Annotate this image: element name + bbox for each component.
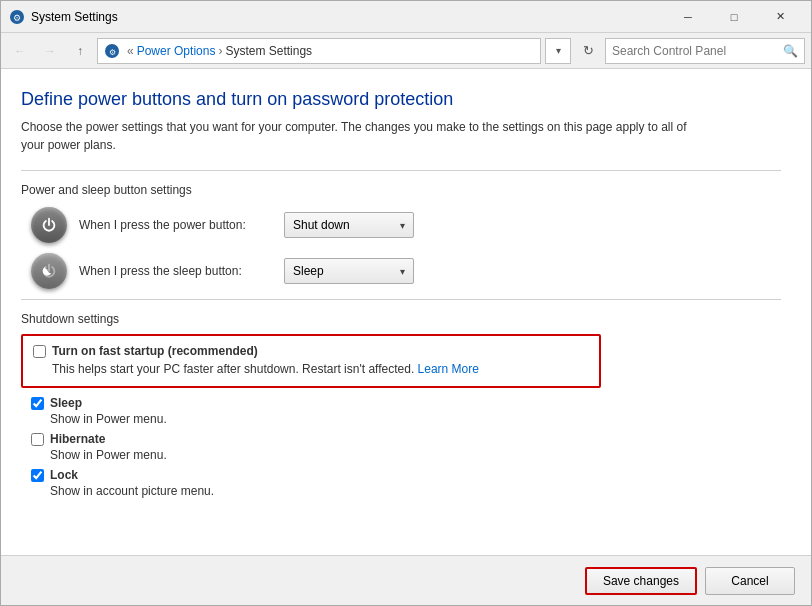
power-icon — [31, 207, 67, 243]
sleep-button-dropdown[interactable]: Sleep ▾ — [284, 258, 414, 284]
fast-startup-checkbox[interactable] — [33, 345, 46, 358]
learn-more-link[interactable]: Learn More — [418, 362, 479, 376]
search-box[interactable]: 🔍 — [605, 38, 805, 64]
page-title: Define power buttons and turn on passwor… — [21, 89, 781, 110]
hibernate-checkbox-desc: Show in Power menu. — [50, 448, 781, 462]
footer: Save changes Cancel — [1, 555, 811, 605]
hibernate-checkbox-row: Hibernate — [31, 432, 781, 446]
sleep-checkbox-label[interactable]: Sleep — [50, 396, 82, 410]
window-title: System Settings — [31, 10, 665, 24]
breadcrumb-link-power[interactable]: Power Options — [137, 44, 216, 58]
fast-startup-row: Turn on fast startup (recommended) — [33, 344, 589, 358]
lock-checkbox[interactable] — [31, 469, 44, 482]
power-dropdown-arrow: ▾ — [400, 220, 405, 231]
sleep-dropdown-arrow: ▾ — [400, 266, 405, 277]
sleep-checkbox-desc: Show in Power menu. — [50, 412, 781, 426]
content-area: Define power buttons and turn on passwor… — [1, 69, 811, 555]
svg-text:⚙: ⚙ — [13, 13, 21, 23]
minimize-button[interactable]: ─ — [665, 1, 711, 33]
breadcrumb-separator-1: « — [127, 44, 134, 58]
forward-button[interactable]: → — [37, 38, 63, 64]
divider-1 — [21, 170, 781, 171]
lock-checkbox-label[interactable]: Lock — [50, 468, 78, 482]
fast-startup-desc: This helps start your PC faster after sh… — [52, 362, 589, 376]
breadcrumb-dropdown-button[interactable]: ▾ — [545, 38, 571, 64]
save-button[interactable]: Save changes — [585, 567, 697, 595]
sleep-checkbox[interactable] — [31, 397, 44, 410]
breadcrumb-current: System Settings — [225, 44, 312, 58]
back-button[interactable]: ← — [7, 38, 33, 64]
page-description: Choose the power settings that you want … — [21, 118, 701, 154]
breadcrumb-bar: ⚙ « Power Options › System Settings — [97, 38, 541, 64]
divider-2 — [21, 299, 781, 300]
search-icon: 🔍 — [783, 44, 798, 58]
title-bar: ⚙ System Settings ─ □ ✕ — [1, 1, 811, 33]
close-button[interactable]: ✕ — [757, 1, 803, 33]
fast-startup-label[interactable]: Turn on fast startup (recommended) — [52, 344, 258, 358]
hibernate-checkbox[interactable] — [31, 433, 44, 446]
breadcrumb-icon: ⚙ — [104, 43, 120, 59]
sleep-button-row: When I press the sleep button: Sleep ▾ — [21, 253, 781, 289]
svg-text:⚙: ⚙ — [109, 47, 116, 56]
window-controls: ─ □ ✕ — [665, 1, 803, 33]
sleep-checkbox-row: Sleep — [31, 396, 781, 410]
refresh-button[interactable]: ↻ — [575, 38, 601, 64]
hibernate-checkbox-label[interactable]: Hibernate — [50, 432, 105, 446]
fast-startup-box: Turn on fast startup (recommended) This … — [21, 334, 601, 388]
sleep-button-value: Sleep — [293, 264, 324, 278]
breadcrumb-separator-2: › — [218, 44, 222, 58]
address-bar: ← → ↑ ⚙ « Power Options › System Setting… — [1, 33, 811, 69]
power-button-value: Shut down — [293, 218, 350, 232]
search-input[interactable] — [612, 44, 783, 58]
power-button-label: When I press the power button: — [79, 218, 274, 232]
power-section-title: Power and sleep button settings — [21, 183, 781, 197]
maximize-button[interactable]: □ — [711, 1, 757, 33]
shutdown-section-title: Shutdown settings — [21, 312, 781, 326]
lock-checkbox-desc: Show in account picture menu. — [50, 484, 781, 498]
lock-checkbox-row: Lock — [31, 468, 781, 482]
main-window: ⚙ System Settings ─ □ ✕ ← → ↑ ⚙ « Power … — [0, 0, 812, 606]
power-button-row: When I press the power button: Shut down… — [21, 207, 781, 243]
sleep-icon — [31, 253, 67, 289]
up-button[interactable]: ↑ — [67, 38, 93, 64]
sleep-button-label: When I press the sleep button: — [79, 264, 274, 278]
title-bar-icon: ⚙ — [9, 9, 25, 25]
cancel-button[interactable]: Cancel — [705, 567, 795, 595]
power-button-dropdown[interactable]: Shut down ▾ — [284, 212, 414, 238]
